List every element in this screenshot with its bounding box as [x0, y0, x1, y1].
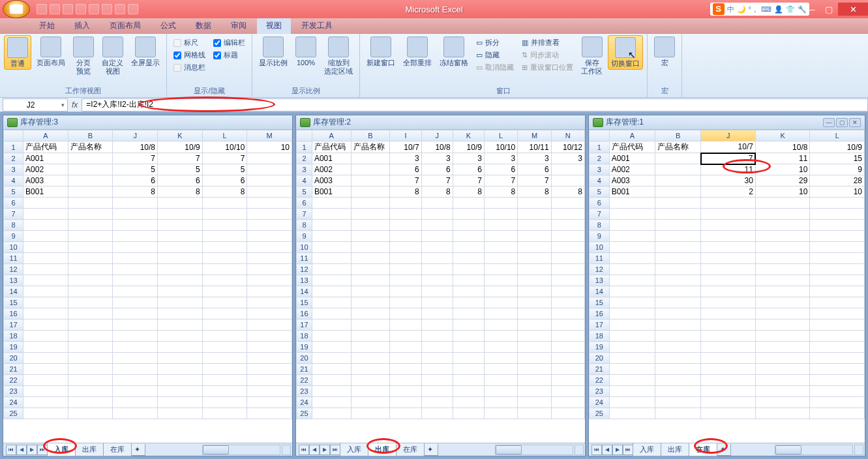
cell[interactable]: A003: [312, 175, 351, 186]
cell[interactable]: [518, 275, 551, 286]
cell[interactable]: [247, 386, 292, 397]
column-header[interactable]: B: [351, 130, 390, 141]
row-header[interactable]: 2: [590, 153, 610, 164]
fx-button[interactable]: fx: [68, 100, 82, 110]
cell[interactable]: [701, 386, 756, 397]
cell[interactable]: [755, 342, 810, 353]
cell[interactable]: [484, 397, 517, 408]
cell[interactable]: [312, 397, 351, 408]
cell[interactable]: [701, 253, 756, 264]
sheet-tab[interactable]: 入库: [633, 443, 661, 456]
cell[interactable]: 3: [421, 153, 453, 164]
select-all-corner[interactable]: [297, 130, 312, 141]
cell[interactable]: [810, 209, 865, 220]
cell[interactable]: [23, 353, 68, 364]
cell[interactable]: 8: [202, 186, 247, 198]
cell[interactable]: [390, 198, 421, 209]
row-header[interactable]: 18: [297, 331, 312, 342]
cell[interactable]: [810, 297, 865, 308]
cell[interactable]: 10/8: [421, 141, 453, 153]
cell[interactable]: [421, 397, 453, 408]
cell[interactable]: [23, 375, 68, 386]
cell[interactable]: [701, 209, 756, 220]
row-header[interactable]: 14: [590, 286, 610, 297]
row-header[interactable]: 1: [297, 141, 312, 153]
sheet-nav-button[interactable]: ▶: [27, 445, 37, 455]
cell[interactable]: [655, 386, 701, 397]
cell[interactable]: [23, 386, 68, 397]
cell[interactable]: [453, 308, 484, 319]
cell[interactable]: [518, 297, 551, 308]
row-header[interactable]: 14: [4, 286, 23, 297]
cell[interactable]: [755, 275, 810, 286]
cell[interactable]: [810, 264, 865, 275]
cell[interactable]: 8: [453, 186, 484, 198]
column-header[interactable]: K: [453, 130, 484, 141]
cell[interactable]: 8: [421, 186, 453, 198]
row-header[interactable]: 2: [4, 153, 23, 164]
cell[interactable]: 7: [421, 175, 453, 186]
formulabar-checkbox[interactable]: 编辑栏: [213, 38, 245, 48]
cell[interactable]: [247, 342, 292, 353]
cell[interactable]: [609, 264, 655, 275]
cell[interactable]: [351, 319, 390, 331]
cell[interactable]: [202, 364, 247, 375]
cell[interactable]: [390, 375, 421, 386]
row-header[interactable]: 23: [297, 386, 312, 397]
cell[interactable]: [202, 331, 247, 342]
cell[interactable]: [421, 275, 453, 286]
cell[interactable]: [113, 331, 158, 342]
cell[interactable]: [247, 264, 292, 275]
cell[interactable]: [551, 308, 584, 319]
cell[interactable]: [453, 364, 484, 375]
row-header[interactable]: 16: [590, 308, 610, 319]
cell[interactable]: [551, 386, 584, 397]
row-header[interactable]: 17: [4, 319, 23, 331]
cell[interactable]: [421, 242, 453, 253]
cell[interactable]: [247, 220, 292, 231]
cell[interactable]: [158, 408, 203, 419]
cell[interactable]: [701, 353, 756, 364]
office-button[interactable]: [3, 0, 30, 18]
cell[interactable]: [312, 242, 351, 253]
cell[interactable]: [701, 231, 756, 242]
cell[interactable]: [390, 308, 421, 319]
ime-status[interactable]: S 中 🌙 °， ⌨ 👤 👕 🔧: [710, 3, 809, 16]
cell[interactable]: [202, 297, 247, 308]
cell[interactable]: [113, 286, 158, 297]
row-header[interactable]: 6: [4, 198, 23, 209]
cell[interactable]: [351, 297, 390, 308]
row-header[interactable]: 6: [297, 198, 312, 209]
row-header[interactable]: 20: [4, 353, 23, 364]
cell[interactable]: 3: [390, 153, 421, 164]
column-header[interactable]: J: [701, 130, 756, 141]
workbook-title-bar[interactable]: 库存管理:3: [3, 115, 292, 130]
cell[interactable]: [609, 209, 655, 220]
cell[interactable]: 2: [701, 186, 756, 198]
row-header[interactable]: 19: [590, 342, 610, 353]
sheet-tab[interactable]: 出库: [661, 443, 689, 456]
cell[interactable]: [247, 297, 292, 308]
cell[interactable]: [351, 364, 390, 375]
cell[interactable]: [755, 198, 810, 209]
cell[interactable]: 8: [390, 186, 421, 198]
cell[interactable]: [351, 164, 390, 175]
cell[interactable]: [247, 175, 292, 186]
row-header[interactable]: 23: [4, 386, 23, 397]
cell[interactable]: 6: [518, 164, 551, 175]
column-header[interactable]: B: [655, 130, 701, 141]
cell[interactable]: [655, 264, 701, 275]
cell[interactable]: 产品名称: [351, 141, 390, 153]
cell[interactable]: [518, 253, 551, 264]
workbook-title-bar[interactable]: 库存管理:1—▢✕: [589, 115, 865, 130]
pagelayout-view-button[interactable]: 页面布局: [34, 35, 68, 68]
row-header[interactable]: 12: [590, 264, 610, 275]
tab-data[interactable]: 数据: [187, 18, 220, 34]
cell[interactable]: [810, 231, 865, 242]
cell[interactable]: [23, 286, 68, 297]
cell[interactable]: [453, 297, 484, 308]
sheet-nav-button[interactable]: ▶: [320, 445, 330, 455]
cell[interactable]: [518, 375, 551, 386]
cell[interactable]: [421, 264, 453, 275]
cell[interactable]: [655, 308, 701, 319]
